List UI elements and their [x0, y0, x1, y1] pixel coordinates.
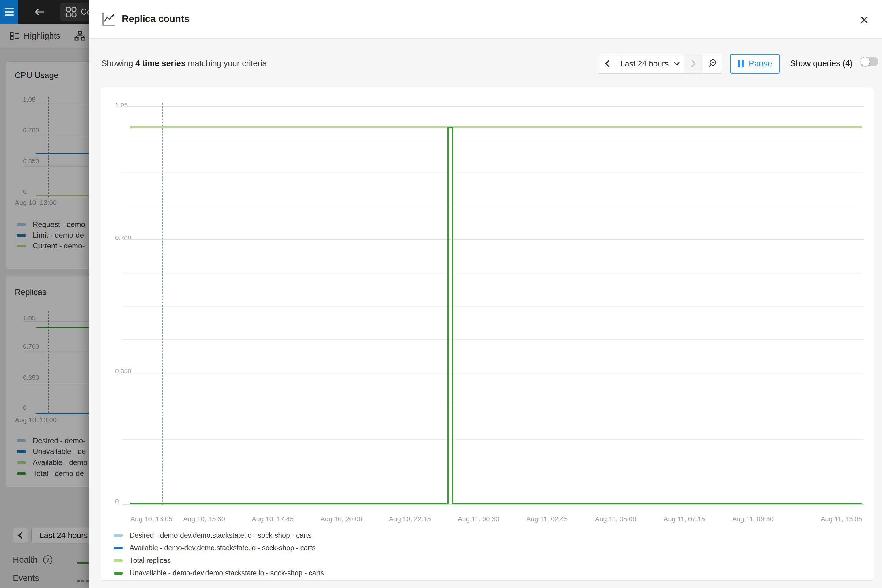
gridline	[123, 140, 864, 140]
caret-down-icon	[674, 62, 680, 66]
legend-swatch	[114, 534, 123, 537]
background-app: Co Highlights	[0, 0, 89, 588]
hamburger-icon	[4, 8, 14, 9]
back-arrow-icon	[34, 8, 45, 16]
time-range-label: Last 24 hours	[621, 59, 669, 69]
back-button[interactable]	[33, 5, 46, 19]
x-tick-label: Aug 11, 00:30	[458, 515, 499, 523]
time-back-button[interactable]	[598, 54, 617, 73]
chart-legend: Desired - demo-dev.demo.stackstate.io - …	[114, 531, 324, 582]
y-tick-label: 1.05	[115, 101, 140, 109]
series-unavailable-spike-up	[447, 127, 448, 504]
view-button-label: Co	[81, 8, 89, 17]
screen: Co Highlights	[0, 0, 882, 588]
modal-backdrop[interactable]	[0, 24, 89, 588]
hamburger-icon	[4, 14, 14, 16]
x-tick-label: Aug 11, 05:00	[595, 515, 636, 523]
legend-item[interactable]: Total replicas	[114, 556, 324, 565]
main-menu-button[interactable]	[0, 0, 18, 24]
gridline	[123, 339, 864, 340]
legend-label: Unavailable - demo-dev.demo.stackstate.i…	[129, 569, 324, 577]
app-top-bar: Co	[0, 0, 89, 24]
x-tick-label: Aug 10, 22:15	[389, 515, 431, 523]
y-tick-label: 0.350	[115, 368, 140, 375]
legend-swatch	[114, 572, 123, 574]
x-tick-label: Aug 11, 07:15	[664, 515, 705, 523]
replica-counts-dialog: Replica counts ✕ Showing 4 time series m…	[89, 0, 882, 588]
line-chart-icon	[100, 11, 116, 27]
x-axis-tick-labels: Aug 10, 13:05 Aug 10, 15:30 Aug 10, 17:4…	[130, 515, 862, 524]
y-tick-label: 0.700	[115, 234, 140, 242]
view-switcher-button[interactable]: Co	[60, 3, 89, 21]
series-summary: Showing 4 time series matching your crit…	[101, 59, 267, 68]
dialog-header: Replica counts ✕	[89, 0, 882, 38]
gridline	[123, 406, 864, 406]
series-unavailable-spike-down	[452, 127, 453, 504]
x-tick-label: Aug 10, 15:30	[183, 515, 225, 523]
legend-label: Total replicas	[129, 556, 171, 565]
x-tick-label: Aug 11, 13:05	[821, 515, 862, 523]
legend-label: Desired - demo-dev.demo.stackstate.io - …	[129, 531, 312, 540]
x-axis-line	[123, 504, 864, 505]
chevron-right-icon	[690, 59, 696, 68]
x-tick-label: Aug 10, 17:45	[252, 515, 294, 523]
x-tick-label: Aug 11, 02:45	[526, 515, 568, 523]
x-tick-label: Aug 11, 09:30	[732, 515, 774, 523]
zoom-out-icon	[707, 58, 717, 69]
gridline	[123, 440, 864, 440]
time-range-control: Last 24 hours	[598, 54, 722, 74]
summary-suffix: matching your criteria	[186, 59, 267, 68]
time-marker-dashed-line	[162, 103, 163, 505]
pause-button[interactable]: Pause	[730, 54, 780, 74]
pause-label: Pause	[749, 59, 772, 69]
legend-item[interactable]: Available - demo-dev.demo.stackstate.io …	[114, 544, 324, 552]
show-queries-label: Show queries (4)	[790, 59, 853, 68]
legend-item[interactable]: Desired - demo-dev.demo.stackstate.io - …	[114, 531, 324, 540]
summary-prefix: Showing	[101, 59, 135, 68]
gridline	[123, 373, 864, 373]
grid-icon	[66, 6, 76, 18]
x-tick-label: Aug 10, 20:00	[320, 515, 362, 523]
pause-icon	[738, 60, 744, 67]
toggle-knob	[861, 57, 870, 66]
gridline	[123, 106, 864, 106]
replica-counts-chart[interactable]: 1.05 0.700 0.350 0	[101, 88, 873, 580]
hamburger-icon	[4, 11, 14, 12]
time-range-dropdown[interactable]: Last 24 hours	[617, 54, 684, 73]
x-tick-label: Aug 10, 13:05	[130, 515, 172, 523]
summary-count: 4 time series	[135, 59, 186, 68]
gridline	[123, 173, 864, 173]
chevron-left-icon	[604, 59, 610, 68]
legend-swatch	[114, 547, 123, 549]
legend-item[interactable]: Unavailable - demo-dev.demo.stackstate.i…	[114, 569, 324, 577]
series-unavailable-baseline-right	[453, 503, 862, 504]
legend-label: Available - demo-dev.demo.stackstate.io …	[129, 544, 316, 552]
series-unavailable-baseline-left	[130, 503, 447, 504]
dialog-body: Showing 4 time series matching your crit…	[89, 38, 882, 588]
show-queries-toggle[interactable]	[861, 57, 878, 66]
zoom-out-button[interactable]	[703, 54, 722, 73]
dialog-title: Replica counts	[122, 14, 190, 24]
series-total-replicas-line	[130, 126, 862, 128]
close-icon[interactable]: ✕	[856, 12, 873, 29]
legend-swatch	[114, 559, 123, 562]
gridline	[123, 472, 864, 473]
time-forward-button-disabled[interactable]	[684, 54, 703, 73]
